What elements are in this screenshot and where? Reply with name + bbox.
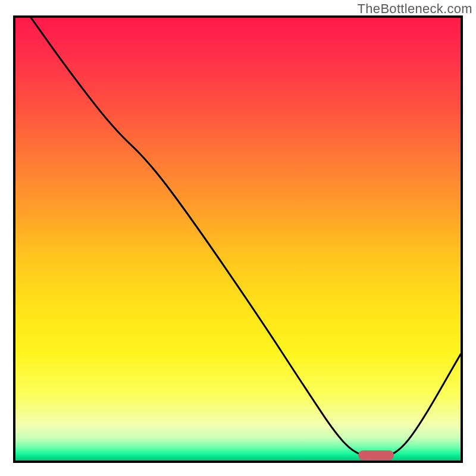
chart-container: TheBottleneck.com: [0, 0, 476, 476]
plot-frame: [13, 15, 463, 463]
watermark-text: TheBottleneck.com: [358, 1, 472, 17]
optimal-range-marker: [358, 450, 394, 460]
bottleneck-curve: [31, 18, 461, 457]
curve-overlay: [15, 18, 461, 461]
